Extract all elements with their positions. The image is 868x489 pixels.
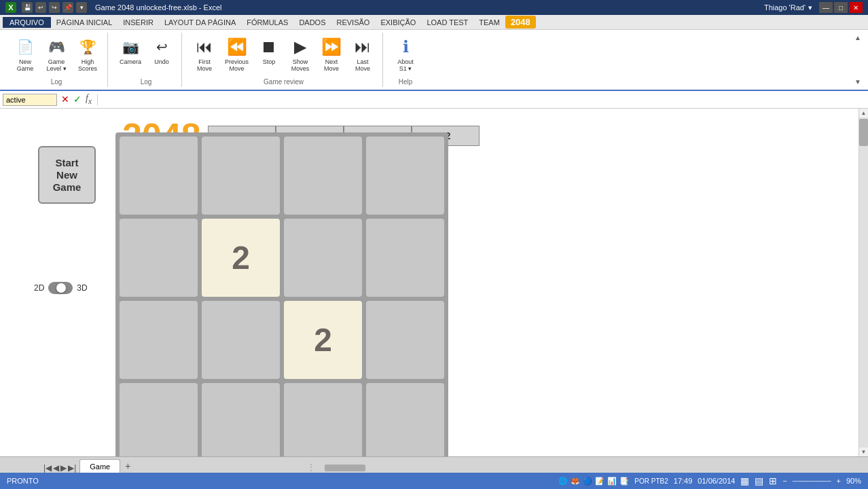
status-right: 🌐 🦊 🔵 📝 📊 📑 POR PTB2 17:49 01/06/2014 ▦ … [558,475,861,486]
formula-cancel-icon[interactable]: ✕ [60,94,71,105]
cell-0-1 [202,137,280,215]
cell-3-3 [366,383,444,456]
menu-layout[interactable]: LAYOUT DA PÁGINA [159,17,241,28]
first-move-label: FirstMove [197,59,212,73]
game-level-label: GameLevel ▾ [46,59,66,73]
firefox-icon[interactable]: 🦊 [571,477,580,486]
scroll-thumb[interactable] [859,119,868,146]
zoom-level: 90% [846,477,861,485]
chrome-icon[interactable]: 🔵 [583,477,592,486]
zoom-in-button[interactable]: + [837,477,841,485]
tab-prev-button[interactable]: ◀ [53,463,59,473]
page-layout-icon[interactable]: ▤ [755,475,763,486]
tab-last-button[interactable]: ▶| [68,463,76,473]
game-grid: 2 2 [115,132,448,456]
save-icon[interactable]: 💾 [22,2,33,13]
menu-arquivo[interactable]: ARQUIVO [3,17,51,28]
ppt-icon[interactable]: 📑 [619,477,629,486]
ribbon: 📄 NewGame 🎮 GameLevel ▾ 🏆 HighScores Log… [0,30,868,91]
ie-icon[interactable]: 🌐 [558,477,568,486]
menu-team[interactable]: TEAM [473,17,505,28]
scroll-down-button[interactable]: ▼ [860,448,868,456]
game-level-icon: 🎮 [46,36,67,58]
status-time: 17:49 [674,477,693,485]
status-icons: 🌐 🦊 🔵 📝 📊 📑 [558,477,629,486]
formula-input[interactable] [102,96,865,104]
tab-first-button[interactable]: |◀ [43,463,52,473]
scroll-track[interactable] [859,117,868,448]
minimize-button[interactable]: — [819,2,833,13]
high-scores-button[interactable]: 🏆 HighScores [73,34,102,75]
cell-0-0 [120,137,198,215]
show-moves-icon: ▶ [289,36,311,58]
menu-2048[interactable]: 2048 [505,16,536,29]
show-moves-button[interactable]: ▶ ShowMoves [286,34,314,75]
menu-dados[interactable]: DADOS [293,17,331,28]
menu-load-test[interactable]: LOAD TEST [421,17,473,28]
ribbon-review-buttons: ⏮ FirstMove ⏪ PreviousMove ⏹ Stop ▶ Show… [190,34,377,75]
sheet-tab-game[interactable]: Game [79,459,120,473]
show-moves-label: ShowMoves [291,59,310,73]
scroll-up-button[interactable]: ▲ [860,109,868,117]
right-scrollbar[interactable]: ▲ ▼ [858,109,868,456]
undo-label: Undo [154,59,169,66]
ribbon-group-review: ⏮ FirstMove ⏪ PreviousMove ⏹ Stop ▶ Show… [185,33,383,87]
status-date: 01/06/2014 [698,477,735,485]
menu-bar: ARQUIVO PÁGINA INICIAL INSERIR LAYOUT DA… [0,15,868,30]
menu-pagina-inicial[interactable]: PÁGINA INICIAL [51,17,118,28]
add-sheet-button[interactable]: + [121,459,134,473]
pin-icon[interactable]: 📌 [62,2,73,13]
toggle-2d-label: 2D [34,283,44,293]
menu-revisao[interactable]: REVISÃO [331,17,376,28]
normal-view-icon[interactable]: ▦ [740,475,749,486]
toggle-3d-label: 3D [77,283,87,293]
toggle-area: 2D 3D [34,282,88,294]
page-break-icon[interactable]: ⊞ [769,475,777,486]
tab-bar-divider: ⋮ [306,462,316,473]
high-scores-label: HighScores [78,59,97,73]
menu-exibicao[interactable]: EXIBIÇÃO [375,17,421,28]
toggle-switch[interactable] [48,282,73,294]
zoom-out-button[interactable]: − [782,477,786,485]
status-bar: PRONTO 🌐 🦊 🔵 📝 📊 📑 POR PTB2 17:49 01/06/… [0,473,868,489]
tab-next-button[interactable]: ▶ [60,463,67,473]
new-game-button[interactable]: 📄 NewGame [11,34,39,75]
redo-icon[interactable]: ↪ [49,2,60,13]
cell-3-2 [284,383,362,456]
previous-move-button[interactable]: ⏪ PreviousMove [221,34,252,75]
more-icon[interactable]: ▾ [76,2,87,13]
first-move-button[interactable]: ⏮ FirstMove [190,34,219,75]
undo-icon[interactable]: ↩ [35,2,46,13]
h-scroll-thumb[interactable] [325,465,365,471]
last-move-icon: ⏭ [352,36,374,58]
maximize-button[interactable]: □ [834,2,848,13]
ribbon-log2-buttons: 📷 Camera ↩ Undo [116,34,176,68]
formula-function-icon[interactable]: fx [84,93,93,106]
ribbon-scroll-up[interactable]: ▲ [854,34,861,41]
new-game-label: NewGame [17,59,34,73]
new-game-icon: 📄 [14,36,36,58]
excel-icon[interactable]: 📊 [607,477,617,486]
start-new-game-button[interactable]: StartNewGame [38,146,96,204]
name-box[interactable] [3,94,57,106]
about-label: AboutS1 ▾ [397,59,414,73]
next-move-button[interactable]: ⏩ NextMove [317,34,346,75]
last-move-button[interactable]: ⏭ LastMove [348,34,377,75]
camera-button[interactable]: 📷 Camera [116,34,145,68]
title-bar: X 💾 ↩ ↪ 📌 ▾ Game 2048 unlocked-free.xlsb… [0,0,868,15]
about-button[interactable]: ℹ AboutS1 ▾ [391,34,420,75]
formula-confirm-icon[interactable]: ✓ [72,94,83,105]
cell-2-2: 2 [284,301,362,379]
menu-inserir[interactable]: INSERIR [117,17,159,28]
user-chevron[interactable]: ▾ [808,3,812,12]
ribbon-scroll-down[interactable]: ▼ [854,78,861,86]
zoom-slider[interactable]: ──────── [793,477,831,485]
stop-button[interactable]: ⏹ Stop [255,34,283,68]
close-button[interactable]: ✕ [849,2,863,13]
sheet-tab-bar: |◀ ◀ ▶ ▶| Game + ⋮ [0,456,868,473]
menu-formulas[interactable]: FÓRMULAS [241,17,293,28]
word-icon[interactable]: 📝 [595,477,604,486]
game-level-button[interactable]: 🎮 GameLevel ▾ [42,34,71,75]
undo-button[interactable]: ↩ Undo [147,34,176,68]
undo-icon: ↩ [151,36,173,58]
